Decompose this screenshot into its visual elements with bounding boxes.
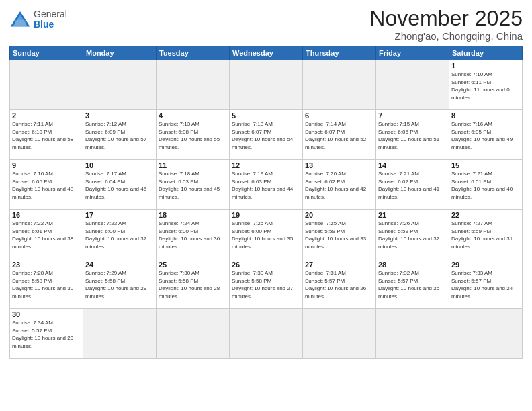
calendar-cell: 8Sunrise: 7:16 AMSunset: 6:05 PMDaylight…	[449, 110, 523, 160]
day-number: 1	[451, 62, 520, 70]
week-row-3: 9Sunrise: 7:16 AMSunset: 6:05 PMDaylight…	[10, 160, 523, 210]
day-info: Sunrise: 7:33 AMSunset: 5:57 PMDaylight:…	[451, 269, 520, 300]
day-number: 17	[85, 211, 154, 219]
week-row-1: 1Sunrise: 7:10 AMSunset: 6:11 PMDaylight…	[10, 60, 523, 110]
day-info: Sunrise: 7:16 AMSunset: 6:05 PMDaylight:…	[451, 120, 520, 151]
logo-icon	[9, 10, 31, 29]
calendar-cell: 9Sunrise: 7:16 AMSunset: 6:05 PMDaylight…	[10, 160, 83, 210]
day-info: Sunrise: 7:32 AMSunset: 5:57 PMDaylight:…	[378, 269, 447, 300]
day-number: 25	[159, 261, 227, 269]
header: General Blue November 2025 Zhong'ao, Cho…	[9, 7, 523, 42]
day-number: 10	[85, 161, 154, 169]
day-info: Sunrise: 7:29 AMSunset: 5:58 PMDaylight:…	[85, 269, 154, 300]
calendar-cell	[157, 60, 230, 110]
day-info: Sunrise: 7:20 AMSunset: 6:02 PMDaylight:…	[305, 170, 373, 201]
day-number: 13	[305, 161, 373, 169]
day-info: Sunrise: 7:15 AMSunset: 6:06 PMDaylight:…	[378, 120, 447, 151]
day-info: Sunrise: 7:21 AMSunset: 6:02 PMDaylight:…	[378, 170, 447, 201]
day-number: 3	[85, 111, 154, 120]
calendar-cell: 3Sunrise: 7:12 AMSunset: 6:09 PMDaylight…	[83, 110, 157, 160]
calendar-cell: 12Sunrise: 7:19 AMSunset: 6:03 PMDayligh…	[230, 160, 303, 210]
calendar-cell: 24Sunrise: 7:29 AMSunset: 5:58 PMDayligh…	[83, 259, 157, 309]
day-number: 2	[12, 111, 81, 120]
day-info: Sunrise: 7:25 AMSunset: 5:59 PMDaylight:…	[305, 220, 373, 250]
day-number: 29	[451, 261, 520, 269]
day-info: Sunrise: 7:14 AMSunset: 6:07 PMDaylight:…	[305, 120, 373, 151]
calendar-cell: 5Sunrise: 7:13 AMSunset: 6:07 PMDaylight…	[230, 110, 303, 160]
day-number: 7	[378, 111, 447, 120]
day-number: 18	[159, 211, 227, 219]
calendar-cell: 17Sunrise: 7:23 AMSunset: 6:00 PMDayligh…	[83, 210, 157, 259]
calendar-cell: 29Sunrise: 7:33 AMSunset: 5:57 PMDayligh…	[449, 259, 523, 309]
day-info: Sunrise: 7:11 AMSunset: 6:10 PMDaylight:…	[12, 120, 81, 151]
calendar-cell: 18Sunrise: 7:24 AMSunset: 6:00 PMDayligh…	[157, 210, 230, 259]
title-block: November 2025 Zhong'ao, Chongqing, China	[369, 7, 523, 42]
calendar-cell	[303, 60, 376, 110]
day-number: 28	[378, 261, 447, 269]
week-row-6: 30Sunrise: 7:34 AMSunset: 5:57 PMDayligh…	[10, 309, 523, 359]
day-info: Sunrise: 7:30 AMSunset: 5:58 PMDaylight:…	[159, 269, 227, 300]
day-info: Sunrise: 7:21 AMSunset: 6:01 PMDaylight:…	[451, 170, 520, 201]
calendar-cell	[230, 60, 303, 110]
calendar-cell	[376, 309, 449, 359]
day-number: 16	[12, 211, 81, 219]
calendar-cell: 26Sunrise: 7:30 AMSunset: 5:58 PMDayligh…	[230, 259, 303, 309]
day-number: 9	[12, 161, 81, 169]
calendar-cell: 20Sunrise: 7:25 AMSunset: 5:59 PMDayligh…	[303, 210, 376, 259]
calendar-cell: 7Sunrise: 7:15 AMSunset: 6:06 PMDaylight…	[376, 110, 449, 160]
calendar-cell: 19Sunrise: 7:25 AMSunset: 6:00 PMDayligh…	[230, 210, 303, 259]
day-info: Sunrise: 7:34 AMSunset: 5:57 PMDaylight:…	[12, 319, 81, 350]
page: General Blue November 2025 Zhong'ao, Cho…	[0, 0, 532, 411]
calendar-cell: 14Sunrise: 7:21 AMSunset: 6:02 PMDayligh…	[376, 160, 449, 210]
calendar-cell: 27Sunrise: 7:31 AMSunset: 5:57 PMDayligh…	[303, 259, 376, 309]
logo: General Blue	[9, 9, 67, 30]
calendar-cell	[376, 60, 449, 110]
day-info: Sunrise: 7:30 AMSunset: 5:58 PMDaylight:…	[232, 269, 300, 300]
month-title: November 2025	[369, 7, 523, 30]
weekday-header-friday: Friday	[376, 46, 449, 60]
calendar-cell: 22Sunrise: 7:27 AMSunset: 5:59 PMDayligh…	[449, 210, 523, 259]
calendar-cell	[10, 60, 83, 110]
day-info: Sunrise: 7:13 AMSunset: 6:07 PMDaylight:…	[232, 120, 300, 151]
calendar-cell: 21Sunrise: 7:26 AMSunset: 5:59 PMDayligh…	[376, 210, 449, 259]
day-number: 19	[232, 211, 300, 219]
day-info: Sunrise: 7:23 AMSunset: 6:00 PMDaylight:…	[85, 220, 154, 250]
calendar-cell: 30Sunrise: 7:34 AMSunset: 5:57 PMDayligh…	[10, 309, 83, 359]
weekday-header-sunday: Sunday	[10, 46, 83, 60]
calendar-cell	[303, 309, 376, 359]
weekday-header-thursday: Thursday	[303, 46, 376, 60]
calendar-cell: 2Sunrise: 7:11 AMSunset: 6:10 PMDaylight…	[10, 110, 83, 160]
day-info: Sunrise: 7:16 AMSunset: 6:05 PMDaylight:…	[12, 170, 81, 201]
day-number: 26	[232, 261, 300, 269]
day-info: Sunrise: 7:22 AMSunset: 6:01 PMDaylight:…	[12, 220, 81, 250]
calendar-cell: 6Sunrise: 7:14 AMSunset: 6:07 PMDaylight…	[303, 110, 376, 160]
day-number: 14	[378, 161, 447, 169]
day-number: 6	[305, 111, 373, 120]
calendar-cell	[230, 309, 303, 359]
day-number: 5	[232, 111, 300, 120]
day-number: 23	[12, 261, 81, 269]
day-number: 24	[85, 261, 154, 269]
calendar-cell: 1Sunrise: 7:10 AMSunset: 6:11 PMDaylight…	[449, 60, 523, 110]
day-number: 22	[451, 211, 520, 219]
day-number: 11	[159, 161, 227, 169]
calendar-cell	[83, 60, 157, 110]
logo-text: General Blue	[34, 9, 67, 30]
day-info: Sunrise: 7:13 AMSunset: 6:08 PMDaylight:…	[159, 120, 227, 151]
calendar-cell: 11Sunrise: 7:18 AMSunset: 6:03 PMDayligh…	[157, 160, 230, 210]
day-number: 8	[451, 111, 520, 120]
calendar-cell	[449, 309, 523, 359]
calendar-cell: 15Sunrise: 7:21 AMSunset: 6:01 PMDayligh…	[449, 160, 523, 210]
day-info: Sunrise: 7:26 AMSunset: 5:59 PMDaylight:…	[378, 220, 447, 250]
weekday-header-wednesday: Wednesday	[230, 46, 303, 60]
calendar-cell: 10Sunrise: 7:17 AMSunset: 6:04 PMDayligh…	[83, 160, 157, 210]
day-number: 12	[232, 161, 300, 169]
day-number: 21	[378, 211, 447, 219]
weekday-header-tuesday: Tuesday	[157, 46, 230, 60]
calendar-cell: 25Sunrise: 7:30 AMSunset: 5:58 PMDayligh…	[157, 259, 230, 309]
weekday-header-row: SundayMondayTuesdayWednesdayThursdayFrid…	[10, 46, 523, 60]
calendar-cell: 4Sunrise: 7:13 AMSunset: 6:08 PMDaylight…	[157, 110, 230, 160]
day-info: Sunrise: 7:24 AMSunset: 6:00 PMDaylight:…	[159, 220, 227, 250]
week-row-5: 23Sunrise: 7:28 AMSunset: 5:58 PMDayligh…	[10, 259, 523, 309]
day-info: Sunrise: 7:27 AMSunset: 5:59 PMDaylight:…	[451, 220, 520, 250]
